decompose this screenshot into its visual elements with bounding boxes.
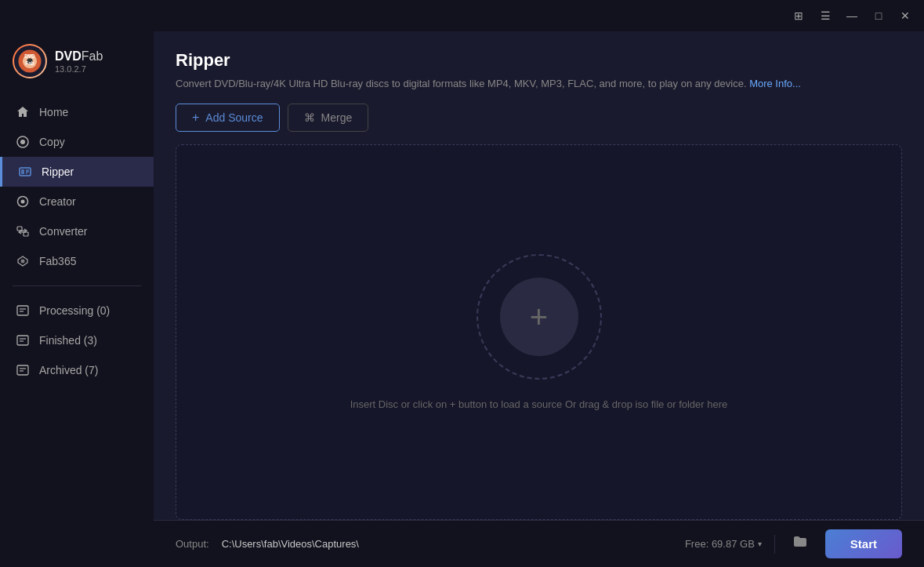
sidebar-label-finished: Finished (3) [39,334,97,347]
maximize-icon: □ [875,9,882,22]
sidebar-label-processing: Processing (0) [39,304,110,317]
drop-zone[interactable]: + Insert Disc or click on + button to lo… [176,144,902,520]
close-icon: ✕ [900,9,910,22]
sidebar-item-creator[interactable]: Creator [0,187,154,216]
add-source-button[interactable]: + Add Source [176,104,280,132]
add-circle-outer: + [476,254,602,380]
nav-bottom: Processing (0) Finished (3) [0,293,154,388]
bottom-bar: Output: C:\Users\fab\Videos\Captures\ Fr… [154,520,924,567]
svg-rect-23 [17,336,28,345]
browse-folder-button[interactable] [788,532,813,557]
free-space: Free: 69.87 GB ▾ [685,538,762,550]
merge-icon: ⌘ [304,111,315,124]
window-controls: ⊞ ☰ — □ ✕ [786,5,918,27]
minimize-button[interactable]: — [839,5,864,27]
content-area: Ripper Convert DVD/Blu-ray/4K Ultra HD B… [154,31,924,567]
output-path: C:\Users\fab\Videos\Captures\ [222,538,672,550]
maximize-button[interactable]: □ [866,5,891,27]
page-description: Convert DVD/Blu-ray/4K Ultra HD Blu-ray … [176,77,902,91]
more-info-link[interactable]: More Info... [749,78,801,89]
svg-text:DVD: DVD [24,53,35,59]
nav-main: Home Copy [0,94,154,279]
fab365-icon [16,254,30,268]
svg-point-19 [21,260,25,264]
merge-button[interactable]: ⌘ Merge [288,104,369,132]
add-icon: + [192,111,199,125]
sidebar-item-finished[interactable]: Finished (3) [0,325,154,355]
svg-text:Fab: Fab [25,60,34,66]
creator-icon [16,194,30,209]
puzzle-button[interactable]: ⊞ [786,5,811,27]
minimize-icon: — [846,9,857,22]
merge-label: Merge [321,111,353,124]
drop-plus-icon: + [530,301,548,333]
sidebar-label-creator: Creator [39,195,76,208]
processing-icon [16,303,30,318]
sidebar-label-ripper: Ripper [42,165,74,178]
sidebar-item-copy[interactable]: Copy [0,127,154,157]
svg-rect-20 [17,306,28,315]
sidebar: DVD Fab DVDFab 13.0.2.7 Home [0,31,154,567]
sidebar-label-home: Home [39,106,68,118]
logo-icon: DVD Fab [13,44,47,78]
app-version: 13.0.2.7 [55,64,103,74]
sidebar-item-fab365[interactable]: Fab365 [0,246,154,276]
converter-icon [16,224,30,238]
free-space-text: Free: 69.87 GB [685,538,755,550]
title-bar: ⊞ ☰ — □ ✕ [0,0,924,31]
svg-point-7 [20,140,25,144]
main-layout: DVD Fab DVDFab 13.0.2.7 Home [0,31,924,567]
page-title: Ripper [176,50,902,71]
svg-rect-9 [21,169,24,174]
toolbar: + Add Source ⌘ Merge [154,104,924,144]
svg-rect-16 [24,232,28,236]
logo-text: DVDFab 13.0.2.7 [55,49,103,73]
sidebar-label-converter: Converter [39,225,87,238]
folder-icon [792,534,808,554]
puzzle-icon: ⊞ [794,9,803,22]
sidebar-item-ripper[interactable]: Ripper [0,157,154,187]
ripper-icon [18,165,32,179]
app-logo: DVD Fab DVDFab 13.0.2.7 [0,31,154,94]
page-desc-text: Convert DVD/Blu-ray/4K Ultra HD Blu-ray … [176,78,747,89]
svg-rect-15 [17,227,22,231]
sidebar-item-processing[interactable]: Processing (0) [0,296,154,325]
start-button[interactable]: Start [825,529,902,558]
sidebar-item-converter[interactable]: Converter [0,216,154,246]
app-name: DVDFab [55,49,103,64]
nav-divider [13,285,141,286]
sidebar-label-archived: Archived (7) [39,364,98,376]
sidebar-label-copy: Copy [39,136,65,148]
vertical-divider [774,535,775,554]
menu-button[interactable]: ☰ [813,5,838,27]
archived-icon [16,363,30,377]
finished-icon [16,333,30,347]
add-source-label: Add Source [205,111,263,124]
menu-icon: ☰ [821,9,831,22]
close-button[interactable]: ✕ [893,5,918,27]
sidebar-item-archived[interactable]: Archived (7) [0,355,154,385]
svg-point-14 [21,200,25,204]
add-circle-inner: + [500,278,578,356]
home-icon [16,105,30,119]
svg-rect-26 [17,365,28,375]
output-label: Output: [176,538,209,550]
drop-hint-text: Insert Disc or click on + button to load… [350,398,728,410]
sidebar-label-fab365: Fab365 [39,255,76,267]
sidebar-item-home[interactable]: Home [0,97,154,127]
copy-icon [16,135,30,149]
dropdown-arrow-icon[interactable]: ▾ [758,540,762,548]
page-header: Ripper Convert DVD/Blu-ray/4K Ultra HD B… [154,31,924,104]
